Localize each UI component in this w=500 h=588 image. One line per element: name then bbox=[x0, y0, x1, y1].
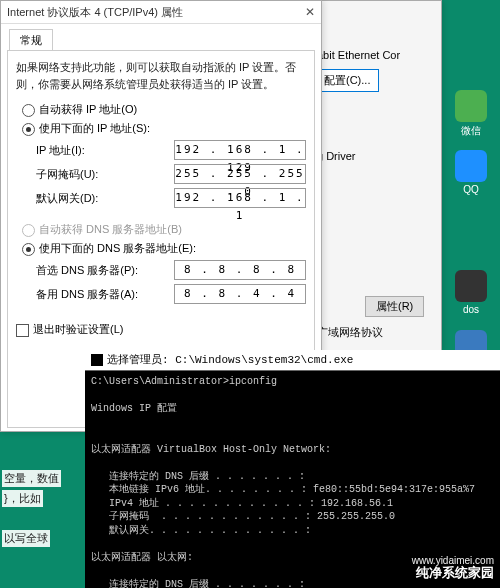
desktop-icon-wechat[interactable]: 微信 bbox=[450, 90, 492, 138]
radio-auto-dns: 自动获得 DNS 服务器地址(B) bbox=[22, 222, 306, 237]
wan-label: 广域网络协议 bbox=[315, 321, 437, 344]
watermark: 纯净系统家园 bbox=[416, 564, 494, 582]
qq-icon bbox=[455, 150, 487, 182]
wechat-icon bbox=[455, 90, 487, 122]
desktop-icon-qq[interactable]: QQ bbox=[450, 150, 492, 195]
mask-input[interactable]: 255 . 255 . 255 . 0 bbox=[174, 164, 306, 184]
radio-use-dns[interactable]: 使用下面的 DNS 服务器地址(E): bbox=[22, 241, 306, 256]
radio-icon bbox=[22, 104, 35, 117]
desktop-icon-dos[interactable]: dos bbox=[450, 270, 492, 315]
watermark-url: www.yidaimei.com bbox=[412, 555, 494, 566]
validate-checkbox-row[interactable]: 退出时验证设置(L) bbox=[16, 322, 306, 337]
gateway-input[interactable]: 192 . 168 . 1 . 1 bbox=[174, 188, 306, 208]
ip-label: IP 地址(I): bbox=[36, 143, 174, 158]
bg-text: }，比如 bbox=[2, 490, 43, 507]
dns1-input[interactable]: 8 . 8 . 8 . 8 bbox=[174, 260, 306, 280]
radio-icon bbox=[22, 123, 35, 136]
terminal-icon bbox=[91, 354, 103, 366]
radio-icon bbox=[22, 224, 35, 237]
tab-general[interactable]: 常规 bbox=[9, 29, 53, 51]
dns1-label: 首选 DNS 服务器(P): bbox=[36, 263, 174, 278]
radio-auto-ip[interactable]: 自动获得 IP 地址(O) bbox=[22, 102, 306, 117]
bg-text: 以写全球 bbox=[2, 530, 50, 547]
bg-text: 空量，数值 bbox=[2, 470, 61, 487]
ip-input[interactable]: 192 . 168 . 1 . 129 bbox=[174, 140, 306, 160]
cmd-window: 选择管理员: C:\Windows\system32\cmd.exe C:\Us… bbox=[85, 350, 500, 588]
radio-use-ip[interactable]: 使用下面的 IP 地址(S): bbox=[22, 121, 306, 136]
adapter-name: abit Ethernet Cor bbox=[315, 45, 437, 65]
cmd-titlebar: 选择管理员: C:\Windows\system32\cmd.exe bbox=[85, 350, 500, 371]
dns2-input[interactable]: 8 . 8 . 4 . 4 bbox=[174, 284, 306, 304]
checkbox-icon bbox=[16, 324, 29, 337]
radio-icon bbox=[22, 243, 35, 256]
dns2-label: 备用 DNS 服务器(A): bbox=[36, 287, 174, 302]
dialog-title: Internet 协议版本 4 (TCP/IPv4) 属性 bbox=[7, 1, 183, 23]
properties-button[interactable]: 属性(R) bbox=[365, 296, 424, 317]
cmd-title: 选择管理员: C:\Windows\system32\cmd.exe bbox=[107, 350, 353, 370]
driver-label: g Driver bbox=[315, 146, 437, 166]
close-icon[interactable]: ✕ bbox=[305, 1, 315, 23]
configure-button[interactable]: 配置(C)... bbox=[315, 69, 379, 92]
gateway-label: 默认网关(D): bbox=[36, 191, 174, 206]
dialog-titlebar: Internet 协议版本 4 (TCP/IPv4) 属性 ✕ bbox=[1, 1, 321, 24]
adapter-properties-window: abit Ethernet Cor 配置(C)... g Driver 属性(R… bbox=[310, 0, 442, 352]
terminal-icon bbox=[455, 270, 487, 302]
mask-label: 子网掩码(U): bbox=[36, 167, 174, 182]
description-text: 如果网络支持此功能，则可以获取自动指派的 IP 设置。否则，你需要从网络系统管理… bbox=[16, 59, 306, 92]
